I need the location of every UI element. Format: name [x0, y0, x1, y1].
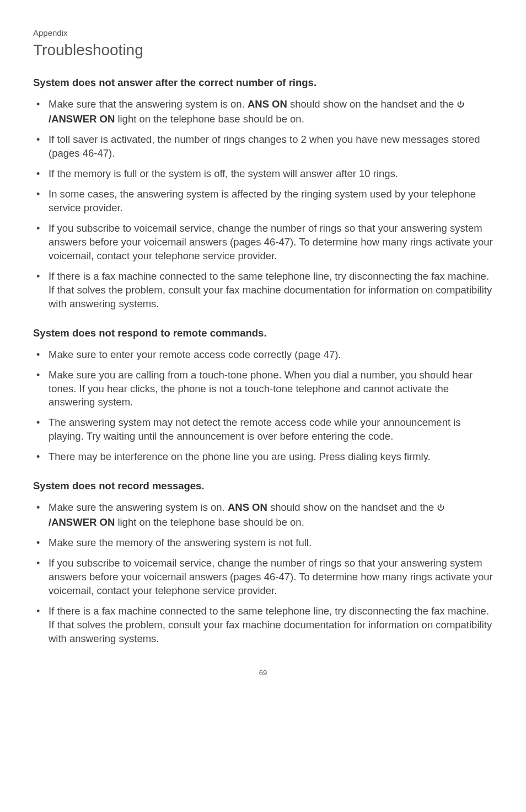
- text: should show on the handset and the: [287, 98, 457, 110]
- bold-text: /ANSWER ON: [49, 516, 115, 528]
- list-item: If there is a fax machine connected to t…: [33, 605, 493, 646]
- text: should show on the handset and the: [267, 501, 437, 513]
- list-item: If the memory is full or the system is o…: [33, 167, 493, 181]
- bold-text: ANS ON: [228, 501, 267, 513]
- section-heading-2: System does not respond to remote comman…: [33, 327, 493, 340]
- page-title: Troubleshooting: [33, 40, 493, 61]
- list-item: There may be interference on the phone l…: [33, 450, 493, 464]
- text: Make sure the answering system is on.: [49, 501, 228, 513]
- bold-text: /ANSWER ON: [49, 113, 115, 125]
- text: Make sure that the answering system is o…: [49, 98, 248, 110]
- text: light on the telephone base should be on…: [115, 516, 304, 528]
- section-heading-1: System does not answer after the correct…: [33, 76, 493, 90]
- list-item: If you subscribe to voicemail service, c…: [33, 557, 493, 598]
- appendix-label: Appendix: [33, 28, 493, 39]
- section-1-list: Make sure that the answering system is o…: [33, 98, 493, 311]
- page-number: 69: [33, 668, 493, 678]
- list-item: If you subscribe to voicemail service, c…: [33, 222, 493, 263]
- list-item: If there is a fax machine connected to t…: [33, 270, 493, 311]
- list-item: Make sure to enter your remote access co…: [33, 348, 493, 362]
- list-item: If toll saver is activated, the number o…: [33, 133, 493, 161]
- power-icon: [437, 502, 445, 516]
- list-item: The answering system may not detect the …: [33, 416, 493, 444]
- list-item: Make sure that the answering system is o…: [33, 98, 493, 126]
- list-item: Make sure the memory of the answering sy…: [33, 536, 493, 550]
- section-3-list: Make sure the answering system is on. AN…: [33, 501, 493, 646]
- section-heading-3: System does not record messages.: [33, 479, 493, 493]
- text: light on the telephone base should be on…: [115, 113, 304, 125]
- section-2-list: Make sure to enter your remote access co…: [33, 348, 493, 464]
- list-item: Make sure you are calling from a touch-t…: [33, 368, 493, 410]
- power-icon: [457, 99, 465, 113]
- list-item: Make sure the answering system is on. AN…: [33, 501, 493, 530]
- bold-text: ANS ON: [248, 98, 287, 110]
- list-item: In some cases, the answering system is a…: [33, 188, 493, 215]
